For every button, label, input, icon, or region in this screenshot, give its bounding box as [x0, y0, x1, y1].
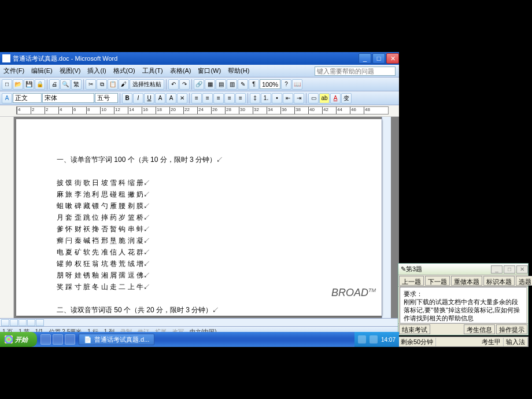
exam-maximize-button[interactable]: □ — [504, 265, 515, 274]
close-button[interactable]: ✕ — [386, 53, 399, 64]
italic-icon[interactable]: I — [133, 93, 143, 104]
menu-insert[interactable]: 插入(I) — [84, 66, 109, 75]
menu-window[interactable]: 窗口(W) — [194, 66, 224, 75]
hyperlink-icon[interactable]: 🔗 — [194, 79, 204, 90]
new-doc-icon[interactable]: □ — [2, 79, 12, 90]
numbering-icon[interactable]: 1. — [261, 93, 271, 104]
size-combo[interactable]: 五号 — [95, 93, 118, 103]
font-combo[interactable]: 宋体 — [42, 93, 94, 103]
preview-icon[interactable]: 🔍 — [60, 79, 71, 90]
web-view-icon[interactable] — [10, 319, 18, 326]
operation-hint-button[interactable]: 操作提示 — [496, 324, 527, 334]
borders-icon[interactable]: ▭ — [308, 93, 319, 104]
paste-icon[interactable]: 📋 — [108, 79, 118, 90]
outline-view-icon[interactable] — [27, 319, 35, 326]
desktop-icon[interactable] — [53, 334, 63, 345]
menu-file[interactable]: 文件(F) — [0, 66, 28, 75]
highlight-icon[interactable]: ab — [319, 93, 330, 104]
tab-select[interactable]: 选题 — [516, 276, 532, 286]
read-mode-icon[interactable]: 📖 — [292, 79, 302, 90]
menu-view[interactable]: 视图(V) — [56, 66, 84, 75]
menu-format[interactable]: 格式(O) — [110, 66, 139, 75]
horizontal-ruler[interactable]: 4224681012141618202224262830323436384042… — [0, 105, 399, 117]
undo-icon[interactable]: ↶ — [168, 79, 179, 90]
redo-icon[interactable]: ↷ — [179, 79, 190, 90]
cut-icon[interactable]: ✂ — [86, 79, 96, 90]
tab-redo[interactable]: 重做本题 — [451, 276, 482, 286]
maximize-button[interactable]: □ — [372, 53, 385, 64]
insert-table-icon[interactable]: ▤ — [216, 79, 226, 90]
tab-mark[interactable]: 标识本题 — [483, 276, 515, 286]
align-center-icon[interactable]: ≡ — [202, 93, 213, 104]
help-search-input[interactable] — [315, 66, 396, 76]
exam-tabs: 上一题 下一题 重做本题 标识本题 选题 — [398, 275, 528, 287]
taskbar-word-task[interactable]: 📄 普通话考试真题.d... — [79, 334, 154, 345]
phonetic-icon[interactable]: 变 — [341, 93, 352, 104]
underline-icon[interactable]: U — [144, 93, 154, 104]
show-marks-icon[interactable]: ¶ — [249, 79, 259, 90]
exam-close-button[interactable]: ✕ — [516, 265, 528, 274]
menu-edit[interactable]: 编辑(E) — [28, 66, 56, 75]
outline-icon[interactable]: A — [155, 93, 165, 104]
candidate-info-button[interactable]: 考生信息 — [464, 324, 495, 334]
exam-body: 要求： 刚刚下载的试题文档中含有大量多余的段落标记,要"替换"掉这些段落标记,应… — [400, 287, 527, 323]
document-page[interactable]: 一、读单音节字词 100 个（共 10 分，限时 3 分钟）↙ 披 馍 街 歌 … — [16, 119, 382, 316]
line-spacing-icon[interactable]: ‡ — [250, 93, 260, 104]
word-doc-icon — [2, 54, 10, 62]
task-doc-icon: 📄 — [84, 336, 92, 343]
open-icon[interactable]: 📂 — [13, 79, 23, 90]
zoom-combo[interactable]: 100% — [260, 79, 280, 89]
permission-icon[interactable]: 🔒 — [35, 79, 45, 90]
reading-view-icon[interactable] — [36, 319, 44, 326]
text-line: 罐 帅 权 狂 翁 坑 巷 荒 绒 增↙ — [57, 258, 370, 269]
save-icon[interactable]: 💾 — [24, 79, 34, 90]
drawing-icon[interactable]: ✎ — [238, 79, 248, 90]
help-icon[interactable]: ? — [281, 79, 291, 90]
font-color-icon[interactable]: A — [330, 93, 341, 104]
bullets-icon[interactable]: • — [272, 93, 282, 104]
align-left-icon[interactable]: ≡ — [191, 93, 202, 104]
tables-borders-icon[interactable]: ▦ — [205, 79, 215, 90]
text-line: 月 套 歪 跳 位 摔 药 岁 篮 桥↙ — [57, 212, 370, 223]
tray-icon[interactable] — [358, 335, 366, 343]
traditional-icon[interactable]: 繁 — [71, 79, 82, 90]
style-combo[interactable]: 正文 — [13, 93, 42, 103]
align-justify-icon[interactable]: ≡ — [224, 93, 235, 104]
menu-tools[interactable]: 工具(T) — [139, 66, 167, 75]
menu-help[interactable]: 帮助(H) — [224, 66, 253, 75]
end-exam-button[interactable]: 结束考试 — [399, 324, 430, 334]
copy-icon[interactable]: ⧉ — [97, 79, 107, 90]
vertical-scrollbar[interactable] — [382, 117, 391, 318]
menu-table[interactable]: 表格(A) — [167, 66, 195, 75]
ime-label[interactable]: 输入法 — [504, 338, 528, 346]
document-area: 一、读单音节字词 100 个（共 10 分，限时 3 分钟）↙ 披 馍 街 歌 … — [0, 117, 399, 318]
normal-view-icon[interactable] — [1, 319, 9, 326]
strike-icon[interactable]: ✕ — [177, 93, 187, 104]
exam-pencil-icon: ✎ — [401, 265, 406, 273]
paste-special-button[interactable]: 选择性粘贴 — [130, 79, 164, 90]
indent-icon[interactable]: ⇥ — [294, 93, 304, 104]
print-view-icon[interactable] — [19, 319, 27, 326]
exam-panel: ✎ 第3题 _ □ ✕ 上一题 下一题 重做本题 标识本题 选题 要求： 刚刚下… — [398, 263, 529, 335]
outdent-icon[interactable]: ⇤ — [283, 93, 293, 104]
tab-prev[interactable]: 上一题 — [399, 276, 424, 286]
styles-pane-icon[interactable]: A — [2, 93, 12, 104]
vertical-ruler[interactable] — [0, 117, 14, 318]
align-right-icon[interactable]: ≡ — [213, 93, 224, 104]
word-icon[interactable] — [65, 334, 75, 345]
print-icon[interactable]: 🖨 — [49, 79, 60, 90]
bold-icon[interactable]: B — [122, 93, 132, 104]
exam-minimize-button[interactable]: _ — [491, 265, 503, 274]
heading-2: 二、读双音节词语 50 个（共 20 分，限时 3 分钟）↙ — [57, 304, 370, 316]
distribute-icon[interactable]: ≡ — [235, 93, 246, 104]
start-button[interactable]: 开始 — [0, 332, 37, 347]
tray-icon[interactable] — [370, 335, 378, 343]
minimize-button[interactable]: _ — [359, 53, 371, 64]
char-border-icon[interactable]: A — [166, 93, 176, 104]
ie-icon[interactable] — [40, 334, 51, 345]
format-painter-icon[interactable]: 🖌 — [119, 79, 129, 90]
view-buttons — [0, 318, 399, 326]
tab-next[interactable]: 下一题 — [425, 276, 450, 286]
tray-clock: 14:07 — [381, 337, 396, 343]
columns-icon[interactable]: ▥ — [227, 79, 237, 90]
